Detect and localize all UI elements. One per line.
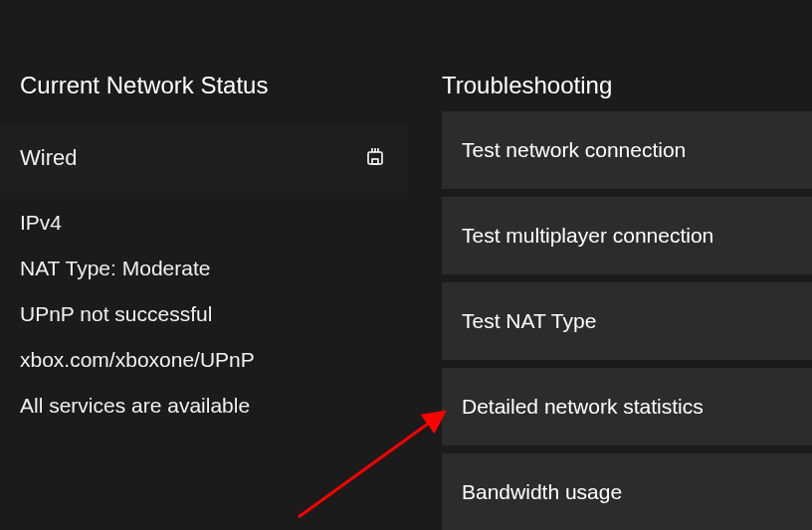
menu-item-label: Test multiplayer connection xyxy=(462,224,713,248)
connection-type-label: Wired xyxy=(20,145,77,171)
menu-test-multiplayer-connection[interactable]: Test multiplayer connection xyxy=(442,197,812,274)
ethernet-icon xyxy=(366,147,384,169)
menu-item-label: Test network connection xyxy=(462,138,686,162)
upnp-help-url: xbox.com/xboxone/UPnP xyxy=(20,348,388,372)
menu-detailed-network-statistics[interactable]: Detailed network statistics xyxy=(442,368,812,445)
upnp-status: UPnP not successful xyxy=(20,302,388,326)
services-status: All services are available xyxy=(20,394,388,418)
connection-type-row[interactable]: Wired xyxy=(0,123,408,193)
menu-test-nat-type[interactable]: Test NAT Type xyxy=(442,282,812,360)
troubleshooting-panel: Troubleshooting Test network connection … xyxy=(442,72,812,530)
troubleshooting-menu: Test network connection Test multiplayer… xyxy=(442,111,812,530)
troubleshooting-heading: Troubleshooting xyxy=(442,72,812,99)
menu-test-network-connection[interactable]: Test network connection xyxy=(442,111,812,189)
network-status-heading: Current Network Status xyxy=(0,72,408,99)
svg-rect-0 xyxy=(368,152,382,164)
menu-item-label: Detailed network statistics xyxy=(462,395,704,419)
ip-version: IPv4 xyxy=(20,211,388,235)
nat-type: NAT Type: Moderate xyxy=(20,257,388,280)
network-status-panel: Current Network Status Wired IPv4 NAT Ty… xyxy=(0,72,408,440)
menu-item-label: Test NAT Type xyxy=(462,309,596,333)
status-list: IPv4 NAT Type: Moderate UPnP not success… xyxy=(0,193,408,418)
menu-item-label: Bandwidth usage xyxy=(462,480,622,504)
svg-rect-1 xyxy=(372,159,378,164)
menu-bandwidth-usage[interactable]: Bandwidth usage xyxy=(442,453,812,530)
